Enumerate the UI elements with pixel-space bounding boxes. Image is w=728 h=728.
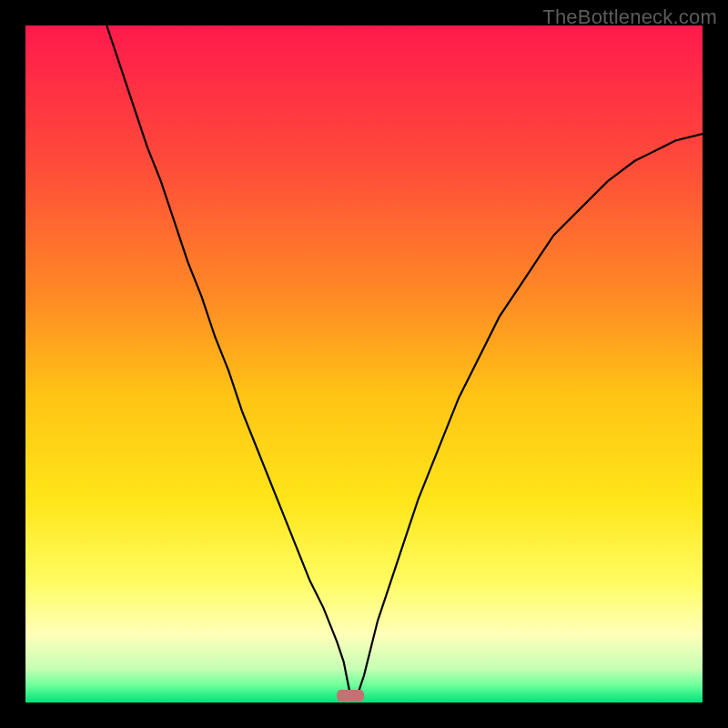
chart-svg (25, 25, 703, 703)
chart-frame: TheBottleneck.com (0, 0, 728, 728)
gradient-background (25, 25, 703, 703)
watermark-text: TheBottleneck.com (542, 5, 717, 29)
minimum-marker (337, 690, 364, 702)
plot-area (25, 25, 703, 703)
